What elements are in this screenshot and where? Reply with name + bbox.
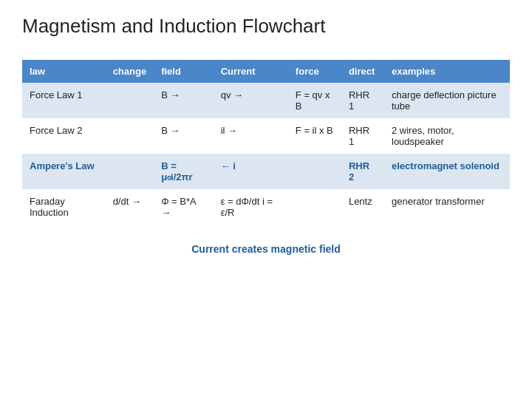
row1-direct: RHR 1 — [341, 83, 384, 118]
col-header-direct: direct — [341, 60, 384, 83]
table-row: Faraday Induction d/dt → Φ = B*A → ε = d… — [22, 189, 510, 225]
row3-force — [288, 154, 341, 189]
row2-field: B → — [154, 118, 214, 154]
row1-change — [106, 83, 154, 118]
row3-law: Ampere's Law — [22, 154, 106, 189]
row4-law: Faraday Induction — [22, 189, 106, 225]
row1-force: F = qv x B — [288, 83, 341, 118]
row1-examples: charge deflection picture tube — [384, 83, 510, 118]
col-header-law: law — [22, 60, 106, 83]
row3-change — [106, 154, 154, 189]
table-row: Force Law 2 B → il → F = il x B RHR 1 2 … — [22, 118, 510, 154]
col-header-field: field — [154, 60, 214, 83]
row4-current: ε = dΦ/dt i = ε/R — [214, 189, 288, 225]
row2-current: il → — [214, 118, 288, 154]
row4-examples: generator transformer — [384, 189, 510, 225]
footer-text: Current creates magnetic field — [22, 243, 510, 255]
table-row amperes-law-row: Ampere's Law B = μ₀i/2πr ← i RHR 2 elect… — [22, 154, 510, 189]
row2-force: F = il x B — [288, 118, 341, 154]
row2-examples: 2 wires, motor, loudspeaker — [384, 118, 510, 154]
row1-law: Force Law 1 — [22, 83, 106, 118]
row3-field: B = μ₀i/2πr — [154, 154, 214, 189]
row4-change: d/dt → — [106, 189, 154, 225]
row2-direct: RHR 1 — [341, 118, 384, 154]
row2-law: Force Law 2 — [22, 118, 106, 154]
col-header-change: change — [106, 60, 154, 83]
row1-field: B → — [154, 83, 214, 118]
row2-change — [106, 118, 154, 154]
col-header-force: force — [288, 60, 341, 83]
col-header-current: Current — [214, 60, 288, 83]
row3-current: ← i — [214, 154, 288, 189]
row4-direct: Lentz — [341, 189, 384, 225]
row3-examples: electromagnet solenoid — [384, 154, 510, 189]
col-header-examples: examples — [384, 60, 510, 83]
flowchart-table: law change field Current force direct ex… — [22, 60, 510, 225]
table-row: Force Law 1 B → qv → F = qv x B RHR 1 ch… — [22, 83, 510, 118]
row4-force — [288, 189, 341, 225]
row1-current: qv → — [214, 83, 288, 118]
row3-direct: RHR 2 — [341, 154, 384, 189]
row4-field: Φ = B*A → — [154, 189, 214, 225]
page-title: Magnetism and Induction Flowchart — [22, 15, 510, 38]
